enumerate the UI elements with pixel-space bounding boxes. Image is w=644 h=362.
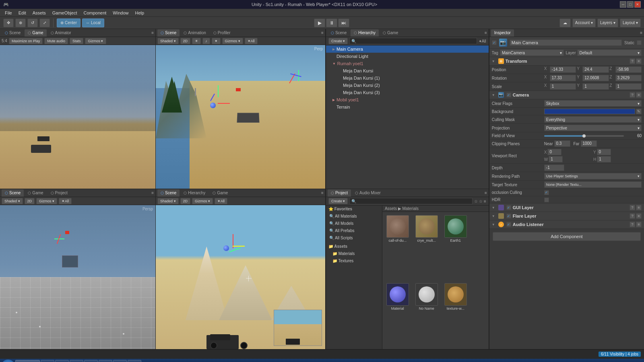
panel-close-br[interactable]: ≡: [321, 191, 324, 195]
object-enabled-checkbox[interactable]: ✓: [492, 40, 497, 45]
fov-slider[interactable]: [544, 135, 624, 137]
hierarchy-item-meja-1[interactable]: ▶ Meja Dan Kursi: [326, 67, 489, 74]
account-dropdown[interactable]: Account ▾: [572, 19, 596, 27]
tab-hierarchy-br[interactable]: ⬡ Hierarchy: [180, 189, 208, 197]
flare-layer-menu-btn[interactable]: ≡: [636, 213, 642, 219]
asset-call-of-duty[interactable]: call-of-du...: [384, 214, 411, 280]
gui-layer-menu-btn[interactable]: ≡: [636, 205, 642, 210]
camera-settings-btn[interactable]: ?: [630, 92, 635, 98]
tab-profiler-tr[interactable]: ⬡ Profiler: [210, 29, 234, 37]
gui-layer-component-header[interactable]: ▼ ✓ GUI Layer ? ≡: [489, 204, 644, 212]
2d-btn-br[interactable]: 2D: [180, 198, 191, 204]
shaded-btn-tr[interactable]: Shaded ▾: [157, 38, 179, 44]
scale-y[interactable]: 1: [582, 83, 609, 90]
sound-btn-tr[interactable]: ♪: [202, 38, 210, 44]
2d-btn-tr[interactable]: 2D: [180, 38, 191, 44]
tool-hand[interactable]: ✥: [3, 19, 14, 27]
tab-game-tl[interactable]: ⬡ Game: [25, 29, 46, 37]
panel-close-bl[interactable]: ≡: [151, 191, 154, 195]
menu-gameobject[interactable]: GameObject: [49, 9, 80, 17]
audio-listener-component-header[interactable]: ▼ ♪ ✓ Audio Listener ? ≡: [489, 220, 644, 229]
tool-rotate[interactable]: ↺: [27, 19, 38, 27]
hierarchy-item-terrain[interactable]: ▶ Terrain: [326, 103, 489, 111]
hierarchy-item-meja-3[interactable]: ▶ Meja Dan Kursi (2): [326, 82, 489, 89]
folder-materials[interactable]: 📁 Materials: [326, 250, 382, 257]
background-color-swatch[interactable]: [544, 109, 635, 114]
tag-dropdown[interactable]: MainCamera ▾: [500, 49, 564, 56]
gui-layer-settings-btn[interactable]: ?: [630, 205, 635, 210]
space-local-button[interactable]: ↔ Local: [82, 19, 104, 27]
mute-audio-btn[interactable]: Mute audio: [44, 38, 68, 44]
folder-textures[interactable]: 📁 Textures: [326, 257, 382, 264]
object-name-field[interactable]: Main Camera: [510, 39, 622, 46]
folder-all-models[interactable]: 🔍 All Models: [326, 220, 382, 227]
panel-close-tl[interactable]: ≡: [151, 31, 154, 35]
asset-no-name[interactable]: No Name: [413, 282, 440, 348]
folder-all-materials[interactable]: 🔍 All Materials: [326, 212, 382, 220]
menu-component[interactable]: Component: [80, 9, 109, 17]
layers-dropdown[interactable]: Layers ▾: [597, 19, 618, 27]
tab-scene-tr[interactable]: ⬡ Scene: [157, 29, 180, 37]
audio-listener-enabled-checkbox[interactable]: ✓: [506, 222, 511, 227]
taskbar-item-app[interactable]: [128, 360, 141, 362]
asset-earth1[interactable]: Earth1: [442, 214, 469, 280]
background-eyedropper[interactable]: ✎: [636, 109, 642, 114]
tab-hierarchy[interactable]: ⬡ Hierarchy: [351, 29, 379, 37]
game-view-tl[interactable]: [0, 45, 155, 189]
tab-scene-hier[interactable]: ⬡ Scene: [328, 29, 350, 37]
position-x[interactable]: -14.33: [550, 66, 576, 73]
menu-window[interactable]: Window: [109, 9, 132, 17]
maximize-play-btn[interactable]: Maximize on Play: [9, 38, 43, 44]
occlusion-checkbox[interactable]: ✓: [544, 190, 549, 195]
tool-move[interactable]: ⊕: [15, 19, 26, 27]
scene-view-br[interactable]: Camera Preview: [156, 205, 325, 349]
hierarchy-search[interactable]: 🔍: [349, 38, 477, 44]
asset-texture-w[interactable]: texture-w...: [442, 282, 469, 348]
close-button[interactable]: ✕: [634, 1, 641, 8]
taskbar-item-media[interactable]: [55, 360, 69, 362]
layout-dropdown[interactable]: Layout ▾: [620, 19, 641, 27]
project-search[interactable]: 🔍: [349, 198, 473, 204]
gizmos-btn-br[interactable]: Gizmos ▾: [192, 198, 213, 204]
taskbar-item-files[interactable]: [70, 360, 83, 362]
fx-btn-tr[interactable]: ✦: [212, 38, 221, 44]
position-z[interactable]: -58.98: [615, 66, 642, 73]
rotation-x[interactable]: 17.33: [550, 75, 576, 81]
tab-scene-bl[interactable]: ⬡ Scene: [2, 189, 24, 197]
flare-layer-enabled-checkbox[interactable]: ✓: [506, 214, 511, 218]
tab-project[interactable]: ⬡ Project: [328, 189, 351, 197]
rotation-y[interactable]: 12.0608: [582, 75, 609, 81]
tab-scene-br[interactable]: ⬡ Scene: [157, 189, 180, 197]
hierarchy-item-rumah[interactable]: ▼ Rumah yoel1: [326, 60, 489, 67]
folder-all-scripts[interactable]: 🔍 All Scripts: [326, 234, 382, 241]
start-button[interactable]: ⊞: [2, 360, 14, 362]
camera-component-header[interactable]: ▼ 📷 ✓ Camera ? ≡: [489, 91, 644, 99]
hierarchy-item-main-camera[interactable]: ▶ Main Camera: [326, 45, 489, 53]
flare-layer-settings-btn[interactable]: ?: [630, 213, 635, 219]
asset-material[interactable]: Material: [384, 282, 411, 348]
gizmos-btn-bl[interactable]: Gizmos ▾: [36, 198, 57, 204]
hierarchy-item-mobil[interactable]: ▶ Mobil yoel1: [326, 96, 489, 103]
taskbar-item-unity2[interactable]: [113, 360, 127, 362]
shaded-btn-bl[interactable]: Shaded ▾: [2, 198, 23, 204]
target-texture-dropdown[interactable]: None (Render Textu...: [544, 181, 642, 188]
culling-mask-dropdown[interactable]: Everything ▾: [544, 116, 642, 123]
create-project-btn[interactable]: Create ▾: [328, 198, 348, 204]
menu-help[interactable]: Help: [132, 9, 147, 17]
taskbar-item-firefox[interactable]: [84, 360, 98, 362]
scale-z[interactable]: 1: [615, 83, 642, 90]
minimize-button[interactable]: ─: [620, 1, 626, 8]
folder-all-prefabs[interactable]: 🔍 All Prefabs: [326, 227, 382, 234]
gizmos-btn-tl[interactable]: Gizmos ▾: [85, 38, 106, 44]
tab-project-bl[interactable]: ⬡ Project: [47, 189, 71, 197]
near-field[interactable]: 0.3: [554, 140, 570, 147]
step-button[interactable]: ⏭: [338, 19, 349, 27]
menu-assets[interactable]: Assets: [29, 9, 49, 17]
rendering-path-dropdown[interactable]: Use Player Settings ▾: [544, 173, 642, 179]
create-hierarchy-btn[interactable]: Create ▾: [328, 38, 348, 44]
taskbar-item-unity[interactable]: Unity: [15, 360, 40, 362]
tab-audio-mixer[interactable]: ⬡ Audio Mixer: [352, 189, 384, 197]
static-checkbox[interactable]: [637, 40, 642, 45]
clear-flags-dropdown[interactable]: Skybox ▾: [544, 100, 642, 107]
tab-game-bl[interactable]: ⬡ Game: [25, 189, 46, 197]
